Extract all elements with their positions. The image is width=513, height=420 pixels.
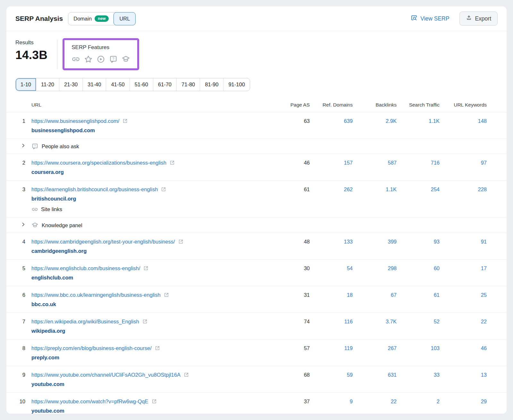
reviews-star-icon[interactable]: [84, 55, 93, 64]
search-traffic-link[interactable]: 93: [397, 238, 440, 245]
search-traffic-link[interactable]: 1.1K: [397, 117, 440, 125]
page-range-81-90[interactable]: 81-90: [200, 78, 223, 91]
backlinks-link[interactable]: 399: [353, 238, 397, 245]
video-icon[interactable]: [97, 55, 105, 64]
external-link-icon[interactable]: [183, 372, 189, 378]
backlinks-link[interactable]: 587: [353, 159, 397, 167]
url-keywords-link[interactable]: 29: [440, 398, 487, 405]
chevron-right-icon[interactable]: [15, 221, 31, 227]
url-keywords-link[interactable]: 13: [440, 371, 487, 379]
ref-domains-link[interactable]: 262: [310, 185, 353, 193]
new-badge: new: [95, 15, 109, 22]
backlinks-link[interactable]: 631: [353, 371, 397, 379]
result-url-link[interactable]: https://www.bbc.co.uk/learningenglish/bu…: [31, 291, 161, 299]
result-url-link[interactable]: https://www.youtube.com/channel/UCliFsAO…: [31, 371, 181, 379]
external-link-icon[interactable]: [155, 345, 160, 351]
result-url-link[interactable]: https://www.coursera.org/specializations…: [31, 159, 166, 167]
feature-label: Site links: [41, 206, 62, 212]
domain-url-toggle: Domain new URL: [68, 12, 136, 25]
ref-domains-link[interactable]: 18: [310, 291, 353, 299]
result-url-link[interactable]: https://www.cambridgeenglish.org/test-yo…: [31, 238, 175, 245]
sitelinks-icon[interactable]: [71, 55, 80, 64]
table-row: 2 https://www.coursera.org/specializatio…: [6, 154, 507, 181]
url-keywords-link[interactable]: 97: [440, 159, 487, 167]
ref-domains-link[interactable]: 157: [310, 159, 353, 167]
backlinks-link[interactable]: 298: [353, 264, 397, 272]
url-keywords-link[interactable]: 228: [440, 185, 487, 193]
external-link-icon[interactable]: [164, 292, 169, 298]
url-keywords-link[interactable]: 91: [440, 238, 487, 245]
result-url-link[interactable]: https://www.englishclub.com/business-eng…: [31, 264, 140, 272]
ref-domains-link[interactable]: 59: [310, 371, 353, 379]
backlinks-link[interactable]: 2.9K: [353, 117, 397, 125]
toggle-url-button[interactable]: URL: [114, 12, 136, 25]
result-domain-link[interactable]: youtube.com: [31, 407, 64, 414]
page-range-1-10[interactable]: 1-10: [16, 78, 36, 91]
page-range-31-40[interactable]: 31-40: [82, 78, 106, 91]
view-serp-label: View SERP: [420, 15, 449, 22]
result-domain-link[interactable]: britishcouncil.org: [31, 195, 76, 202]
search-traffic-link[interactable]: 33: [397, 371, 440, 379]
people-also-ask-icon[interactable]: ?: [109, 55, 118, 64]
search-traffic-link[interactable]: 716: [397, 159, 440, 167]
page-range-51-60[interactable]: 51-60: [130, 78, 153, 91]
result-domain-link[interactable]: bbc.co.uk: [31, 301, 56, 308]
result-url-link[interactable]: https://preply.com/en/blog/business-engl…: [31, 344, 152, 352]
page-range-61-70[interactable]: 61-70: [153, 78, 176, 91]
backlinks-link[interactable]: 267: [353, 344, 397, 352]
results-table: URL Page AS Ref. Domains Backlinks Searc…: [6, 97, 507, 414]
result-url-link[interactable]: https://learnenglish.britishcouncil.org/…: [31, 185, 158, 193]
page-range-71-80[interactable]: 71-80: [176, 78, 200, 91]
external-link-icon[interactable]: [169, 160, 175, 166]
external-link-icon[interactable]: [143, 265, 149, 271]
chevron-right-icon[interactable]: [15, 142, 31, 148]
ref-domains-link[interactable]: 9: [310, 398, 353, 405]
url-keywords-link[interactable]: 22: [440, 318, 487, 325]
page-range-21-30[interactable]: 21-30: [59, 78, 82, 91]
serp-feature-row-knowledge-panel[interactable]: Knowledge panel: [6, 218, 507, 233]
result-domain-link[interactable]: englishclub.com: [31, 274, 73, 281]
export-button[interactable]: Export: [459, 12, 498, 26]
result-domain-link[interactable]: businessenglishpod.com: [31, 127, 95, 134]
external-link-icon[interactable]: [151, 399, 157, 404]
ref-domains-link[interactable]: 119: [310, 344, 353, 352]
result-url-link[interactable]: https://www.businessenglishpod.com/: [31, 117, 119, 125]
external-link-icon[interactable]: [142, 319, 148, 324]
url-keywords-link[interactable]: 17: [440, 264, 487, 272]
search-traffic-link[interactable]: 61: [397, 291, 440, 299]
backlinks-link[interactable]: 3.7K: [353, 318, 397, 325]
url-keywords-link[interactable]: 25: [440, 291, 487, 299]
result-domain-link[interactable]: wikipedia.org: [31, 327, 65, 334]
page-range-91-100[interactable]: 91-100: [223, 78, 249, 91]
result-domain-link[interactable]: coursera.org: [31, 168, 64, 176]
external-link-icon[interactable]: [122, 118, 128, 124]
external-link-icon[interactable]: [178, 239, 184, 244]
search-traffic-link[interactable]: 60: [397, 264, 440, 272]
result-domain-link[interactable]: youtube.com: [31, 381, 64, 388]
result-domain-link[interactable]: cambridgeenglish.org: [31, 247, 87, 254]
page-as-value: 30: [271, 264, 310, 272]
knowledge-panel-icon[interactable]: [122, 55, 130, 64]
backlinks-link[interactable]: 1.1K: [353, 185, 397, 193]
search-traffic-link[interactable]: 254: [397, 185, 440, 193]
result-url-link[interactable]: https://www.youtube.com/watch?v=pfRw6wg-…: [31, 398, 148, 405]
search-traffic-link[interactable]: 52: [397, 318, 440, 325]
ref-domains-link[interactable]: 639: [310, 117, 353, 125]
search-traffic-link[interactable]: 103: [397, 344, 440, 352]
url-keywords-link[interactable]: 148: [440, 117, 487, 125]
result-url-link[interactable]: https://en.wikipedia.org/wiki/Business_E…: [31, 318, 139, 325]
url-keywords-link[interactable]: 46: [440, 344, 487, 352]
ref-domains-link[interactable]: 54: [310, 264, 353, 272]
serp-feature-row-people-also-ask[interactable]: ? People also ask: [6, 139, 507, 154]
page-range-11-20[interactable]: 11-20: [36, 78, 59, 91]
result-domain-link[interactable]: preply.com: [31, 354, 59, 361]
backlinks-link[interactable]: 22: [353, 398, 397, 405]
ref-domains-link[interactable]: 116: [310, 318, 353, 325]
view-serp-button[interactable]: View SERP: [409, 14, 451, 23]
page-range-41-50[interactable]: 41-50: [106, 78, 129, 91]
ref-domains-link[interactable]: 133: [310, 238, 353, 245]
external-link-icon[interactable]: [161, 186, 166, 192]
toggle-domain-button[interactable]: Domain new: [68, 13, 114, 25]
search-traffic-link[interactable]: 2: [397, 398, 440, 405]
backlinks-link[interactable]: 67: [353, 291, 397, 299]
